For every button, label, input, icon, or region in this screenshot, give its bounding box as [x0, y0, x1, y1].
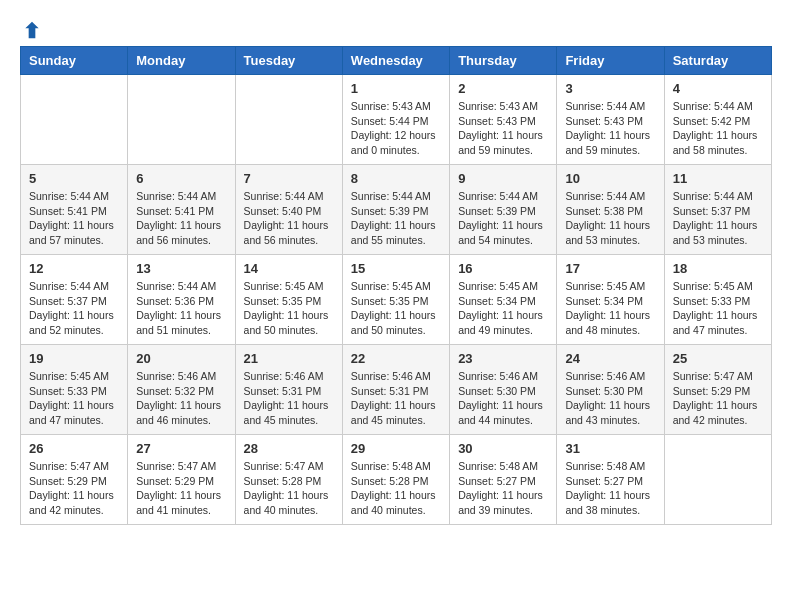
calendar-week-row: 19Sunrise: 5:45 AM Sunset: 5:33 PM Dayli…: [21, 345, 772, 435]
calendar-cell: [235, 75, 342, 165]
day-info: Sunrise: 5:43 AM Sunset: 5:43 PM Dayligh…: [458, 99, 548, 158]
day-info: Sunrise: 5:45 AM Sunset: 5:34 PM Dayligh…: [565, 279, 655, 338]
day-info: Sunrise: 5:45 AM Sunset: 5:35 PM Dayligh…: [244, 279, 334, 338]
day-number: 3: [565, 81, 655, 96]
calendar-cell: 8Sunrise: 5:44 AM Sunset: 5:39 PM Daylig…: [342, 165, 449, 255]
calendar-cell: 17Sunrise: 5:45 AM Sunset: 5:34 PM Dayli…: [557, 255, 664, 345]
day-info: Sunrise: 5:46 AM Sunset: 5:30 PM Dayligh…: [458, 369, 548, 428]
day-number: 8: [351, 171, 441, 186]
day-number: 17: [565, 261, 655, 276]
day-number: 25: [673, 351, 763, 366]
calendar-cell: 15Sunrise: 5:45 AM Sunset: 5:35 PM Dayli…: [342, 255, 449, 345]
day-number: 9: [458, 171, 548, 186]
calendar-cell: 7Sunrise: 5:44 AM Sunset: 5:40 PM Daylig…: [235, 165, 342, 255]
day-info: Sunrise: 5:46 AM Sunset: 5:31 PM Dayligh…: [244, 369, 334, 428]
calendar-cell: 2Sunrise: 5:43 AM Sunset: 5:43 PM Daylig…: [450, 75, 557, 165]
day-number: 22: [351, 351, 441, 366]
page-header: [20, 20, 772, 36]
logo: [20, 20, 42, 36]
calendar: SundayMondayTuesdayWednesdayThursdayFrid…: [20, 46, 772, 525]
day-number: 4: [673, 81, 763, 96]
calendar-week-row: 1Sunrise: 5:43 AM Sunset: 5:44 PM Daylig…: [21, 75, 772, 165]
day-info: Sunrise: 5:44 AM Sunset: 5:42 PM Dayligh…: [673, 99, 763, 158]
day-info: Sunrise: 5:45 AM Sunset: 5:35 PM Dayligh…: [351, 279, 441, 338]
day-info: Sunrise: 5:45 AM Sunset: 5:33 PM Dayligh…: [29, 369, 119, 428]
calendar-cell: 6Sunrise: 5:44 AM Sunset: 5:41 PM Daylig…: [128, 165, 235, 255]
day-info: Sunrise: 5:47 AM Sunset: 5:29 PM Dayligh…: [136, 459, 226, 518]
calendar-cell: 19Sunrise: 5:45 AM Sunset: 5:33 PM Dayli…: [21, 345, 128, 435]
day-number: 20: [136, 351, 226, 366]
weekday-header-wednesday: Wednesday: [342, 47, 449, 75]
calendar-week-row: 5Sunrise: 5:44 AM Sunset: 5:41 PM Daylig…: [21, 165, 772, 255]
calendar-cell: 31Sunrise: 5:48 AM Sunset: 5:27 PM Dayli…: [557, 435, 664, 525]
day-number: 14: [244, 261, 334, 276]
day-info: Sunrise: 5:44 AM Sunset: 5:36 PM Dayligh…: [136, 279, 226, 338]
calendar-cell: 16Sunrise: 5:45 AM Sunset: 5:34 PM Dayli…: [450, 255, 557, 345]
calendar-cell: 20Sunrise: 5:46 AM Sunset: 5:32 PM Dayli…: [128, 345, 235, 435]
calendar-cell: 24Sunrise: 5:46 AM Sunset: 5:30 PM Dayli…: [557, 345, 664, 435]
day-info: Sunrise: 5:44 AM Sunset: 5:37 PM Dayligh…: [29, 279, 119, 338]
calendar-header-row: SundayMondayTuesdayWednesdayThursdayFrid…: [21, 47, 772, 75]
weekday-header-saturday: Saturday: [664, 47, 771, 75]
day-number: 13: [136, 261, 226, 276]
calendar-cell: 14Sunrise: 5:45 AM Sunset: 5:35 PM Dayli…: [235, 255, 342, 345]
day-number: 2: [458, 81, 548, 96]
day-number: 24: [565, 351, 655, 366]
day-info: Sunrise: 5:48 AM Sunset: 5:27 PM Dayligh…: [458, 459, 548, 518]
calendar-cell: 12Sunrise: 5:44 AM Sunset: 5:37 PM Dayli…: [21, 255, 128, 345]
calendar-cell: 28Sunrise: 5:47 AM Sunset: 5:28 PM Dayli…: [235, 435, 342, 525]
calendar-cell: [664, 435, 771, 525]
day-number: 30: [458, 441, 548, 456]
calendar-cell: 13Sunrise: 5:44 AM Sunset: 5:36 PM Dayli…: [128, 255, 235, 345]
day-number: 31: [565, 441, 655, 456]
day-number: 18: [673, 261, 763, 276]
day-number: 15: [351, 261, 441, 276]
calendar-cell: 3Sunrise: 5:44 AM Sunset: 5:43 PM Daylig…: [557, 75, 664, 165]
day-info: Sunrise: 5:44 AM Sunset: 5:43 PM Dayligh…: [565, 99, 655, 158]
day-number: 28: [244, 441, 334, 456]
day-number: 23: [458, 351, 548, 366]
calendar-cell: 29Sunrise: 5:48 AM Sunset: 5:28 PM Dayli…: [342, 435, 449, 525]
calendar-cell: [128, 75, 235, 165]
day-number: 16: [458, 261, 548, 276]
day-number: 10: [565, 171, 655, 186]
day-number: 1: [351, 81, 441, 96]
calendar-cell: 26Sunrise: 5:47 AM Sunset: 5:29 PM Dayli…: [21, 435, 128, 525]
day-number: 11: [673, 171, 763, 186]
day-info: Sunrise: 5:47 AM Sunset: 5:29 PM Dayligh…: [29, 459, 119, 518]
day-info: Sunrise: 5:46 AM Sunset: 5:32 PM Dayligh…: [136, 369, 226, 428]
calendar-cell: 9Sunrise: 5:44 AM Sunset: 5:39 PM Daylig…: [450, 165, 557, 255]
day-info: Sunrise: 5:47 AM Sunset: 5:29 PM Dayligh…: [673, 369, 763, 428]
weekday-header-monday: Monday: [128, 47, 235, 75]
day-info: Sunrise: 5:47 AM Sunset: 5:28 PM Dayligh…: [244, 459, 334, 518]
day-info: Sunrise: 5:48 AM Sunset: 5:27 PM Dayligh…: [565, 459, 655, 518]
day-info: Sunrise: 5:44 AM Sunset: 5:39 PM Dayligh…: [458, 189, 548, 248]
day-number: 7: [244, 171, 334, 186]
day-info: Sunrise: 5:44 AM Sunset: 5:39 PM Dayligh…: [351, 189, 441, 248]
day-info: Sunrise: 5:45 AM Sunset: 5:33 PM Dayligh…: [673, 279, 763, 338]
day-info: Sunrise: 5:44 AM Sunset: 5:40 PM Dayligh…: [244, 189, 334, 248]
calendar-cell: 18Sunrise: 5:45 AM Sunset: 5:33 PM Dayli…: [664, 255, 771, 345]
day-info: Sunrise: 5:46 AM Sunset: 5:30 PM Dayligh…: [565, 369, 655, 428]
day-number: 29: [351, 441, 441, 456]
day-info: Sunrise: 5:44 AM Sunset: 5:41 PM Dayligh…: [29, 189, 119, 248]
day-info: Sunrise: 5:43 AM Sunset: 5:44 PM Dayligh…: [351, 99, 441, 158]
day-number: 26: [29, 441, 119, 456]
day-info: Sunrise: 5:45 AM Sunset: 5:34 PM Dayligh…: [458, 279, 548, 338]
calendar-week-row: 26Sunrise: 5:47 AM Sunset: 5:29 PM Dayli…: [21, 435, 772, 525]
logo-icon: [22, 20, 42, 40]
calendar-cell: 23Sunrise: 5:46 AM Sunset: 5:30 PM Dayli…: [450, 345, 557, 435]
calendar-cell: 1Sunrise: 5:43 AM Sunset: 5:44 PM Daylig…: [342, 75, 449, 165]
day-number: 12: [29, 261, 119, 276]
weekday-header-tuesday: Tuesday: [235, 47, 342, 75]
weekday-header-sunday: Sunday: [21, 47, 128, 75]
calendar-cell: 5Sunrise: 5:44 AM Sunset: 5:41 PM Daylig…: [21, 165, 128, 255]
day-info: Sunrise: 5:44 AM Sunset: 5:38 PM Dayligh…: [565, 189, 655, 248]
calendar-cell: 10Sunrise: 5:44 AM Sunset: 5:38 PM Dayli…: [557, 165, 664, 255]
calendar-cell: 11Sunrise: 5:44 AM Sunset: 5:37 PM Dayli…: [664, 165, 771, 255]
weekday-header-thursday: Thursday: [450, 47, 557, 75]
calendar-cell: 22Sunrise: 5:46 AM Sunset: 5:31 PM Dayli…: [342, 345, 449, 435]
day-info: Sunrise: 5:44 AM Sunset: 5:41 PM Dayligh…: [136, 189, 226, 248]
day-number: 19: [29, 351, 119, 366]
day-info: Sunrise: 5:48 AM Sunset: 5:28 PM Dayligh…: [351, 459, 441, 518]
